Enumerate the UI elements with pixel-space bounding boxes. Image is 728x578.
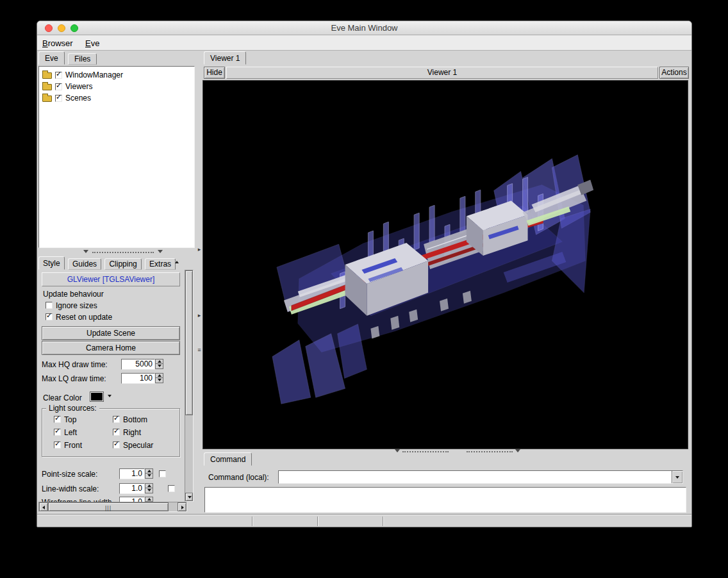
scrollbar-thumb[interactable] — [185, 270, 193, 415]
window-titlebar[interactable]: Eve Main Window — [37, 21, 691, 35]
tree-item-windowmanager[interactable]: ✓ WindowManager — [40, 69, 193, 81]
window-title: Eve Main Window — [37, 21, 691, 35]
tab-command[interactable]: Command — [204, 452, 252, 466]
light-top-checkbox[interactable]: ✓ — [54, 416, 61, 423]
tab-viewer-1[interactable]: Viewer 1 — [204, 51, 246, 65]
wireframe-input[interactable]: 1.0 — [119, 497, 145, 502]
light-front-option[interactable]: ✓Front — [54, 440, 82, 450]
tab-extras[interactable]: Extras — [145, 258, 176, 270]
gl-viewport[interactable] — [203, 80, 688, 449]
main-area: Eve Files ✓ WindowManager ✓ Viewers ✓ — [37, 51, 691, 514]
camera-home-button[interactable]: Camera Home — [42, 341, 180, 355]
tab-eve[interactable]: Eve — [38, 51, 65, 65]
spinner-down-button[interactable] — [155, 377, 163, 383]
menu-browser[interactable]: Browser — [37, 35, 78, 49]
max-hq-spinner[interactable] — [155, 359, 163, 370]
tree-item-checkbox[interactable]: ✓ — [55, 95, 62, 102]
vertical-scrollbar[interactable] — [185, 270, 194, 502]
max-lq-spinner[interactable] — [155, 373, 163, 384]
tree-item-scenes[interactable]: ✓ Scenes — [40, 92, 193, 104]
max-hq-input[interactable]: 5000 — [121, 359, 155, 370]
max-lq-input[interactable]: 100 — [121, 373, 155, 384]
tab-guides[interactable]: Guides — [68, 258, 101, 270]
tab-style[interactable]: Style — [38, 256, 65, 270]
vertical-splitter[interactable]: ▸ ▸ ≡ — [196, 51, 203, 514]
spinner-down-icon — [158, 365, 161, 367]
dropdown-arrow-icon — [108, 395, 112, 397]
light-front-checkbox[interactable]: ✓ — [54, 442, 61, 449]
folder-icon — [42, 72, 52, 79]
chevron-down-icon — [158, 250, 163, 253]
splitter-arrow-icon[interactable]: ▸ — [196, 312, 203, 318]
tree-item-checkbox[interactable]: ✓ — [55, 72, 62, 79]
line-width-input[interactable]: 1.0 — [119, 483, 145, 494]
command-input[interactable] — [279, 472, 672, 483]
light-bottom-option[interactable]: ✓Bottom — [113, 415, 147, 424]
light-specular-checkbox[interactable]: ✓ — [113, 442, 120, 449]
scroll-left-button[interactable] — [39, 502, 48, 511]
close-button[interactable] — [45, 24, 53, 32]
check-icon: ✓ — [54, 415, 60, 422]
splitter-grip-icon[interactable]: ≡ — [196, 347, 203, 353]
combobox-dropdown-button[interactable] — [672, 471, 682, 483]
tab-scroll-up-icon[interactable] — [175, 261, 179, 263]
scrollbar-thumb[interactable]: ||| — [48, 502, 169, 511]
menu-eve[interactable]: Eve — [80, 35, 104, 49]
tree-item-viewers[interactable]: ✓ Viewers — [40, 81, 193, 92]
update-scene-button[interactable]: Update Scene — [42, 326, 180, 340]
spinner-down-icon — [158, 379, 161, 381]
light-specular-option[interactable]: ✓Specular — [113, 440, 153, 450]
point-size-spinner[interactable] — [145, 468, 153, 479]
light-left-checkbox[interactable]: ✓ — [54, 429, 61, 436]
splitter-arrow-icon[interactable]: ▸ — [196, 246, 203, 252]
line-width-checkbox[interactable] — [168, 485, 175, 492]
minimize-button[interactable] — [58, 24, 65, 32]
spinner-up-icon — [158, 360, 161, 363]
eve-tree: ✓ WindowManager ✓ Viewers ✓ Scenes — [38, 66, 195, 248]
checkbox-label: Left — [64, 428, 77, 437]
left-tabbar: Eve Files — [37, 51, 196, 66]
scroll-down-button[interactable] — [185, 493, 193, 501]
tree-item-checkbox[interactable]: ✓ — [55, 83, 62, 90]
horizontal-scrollbar[interactable]: ||| — [38, 502, 187, 512]
light-right-checkbox[interactable]: ✓ — [113, 429, 120, 436]
zoom-button[interactable] — [70, 24, 78, 32]
checkbox-label: Bottom — [123, 415, 147, 424]
check-icon: ✓ — [113, 415, 119, 422]
spinner-down-button[interactable] — [155, 363, 163, 369]
folder-icon — [42, 84, 52, 90]
wireframe-spinner[interactable] — [145, 497, 153, 502]
reset-on-update-checkbox[interactable]: ✓ — [46, 313, 53, 320]
point-size-input[interactable]: 1.0 — [119, 468, 145, 479]
clear-color-swatch[interactable] — [90, 392, 104, 402]
point-size-checkbox[interactable] — [159, 470, 166, 477]
command-combobox[interactable] — [278, 470, 683, 484]
light-right-option[interactable]: ✓Right — [113, 427, 141, 437]
scroll-right-button[interactable] — [178, 502, 186, 511]
spinner-down-button[interactable] — [145, 473, 153, 479]
tab-files[interactable]: Files — [68, 53, 97, 65]
line-width-spinner[interactable] — [145, 483, 153, 494]
light-top-option[interactable]: ✓Top — [54, 415, 76, 424]
spinner-down-button[interactable] — [145, 488, 153, 493]
tab-label: Clipping — [109, 260, 136, 268]
light-left-option[interactable]: ✓Left — [54, 427, 77, 437]
tree-splitter[interactable] — [37, 248, 196, 256]
browser-left-panel: Eve Files ✓ WindowManager ✓ Viewers ✓ — [37, 51, 196, 514]
folder-icon — [42, 95, 52, 102]
light-bottom-checkbox[interactable]: ✓ — [113, 416, 120, 423]
actions-button[interactable]: Actions — [659, 67, 689, 79]
reset-on-update-option[interactable]: ✓Reset on update — [46, 312, 112, 322]
ignore-sizes-checkbox[interactable] — [46, 302, 53, 309]
clear-color-dropdown[interactable] — [106, 392, 115, 401]
spinner-up-icon — [158, 374, 161, 377]
point-size-label: Point-size scale: — [42, 470, 97, 479]
checkbox-label: Top — [64, 415, 76, 424]
style-tab-content: GLViewer [TGLSAViewer] Update behaviour … — [38, 270, 185, 502]
light-sources-title: Light sources: — [46, 404, 99, 413]
ignore-sizes-option[interactable]: Ignore sizes — [46, 301, 97, 310]
hide-button[interactable]: Hide — [204, 67, 225, 79]
tab-clipping[interactable]: Clipping — [104, 258, 141, 270]
scroll-down-icon — [188, 496, 192, 499]
command-output[interactable] — [204, 487, 686, 513]
